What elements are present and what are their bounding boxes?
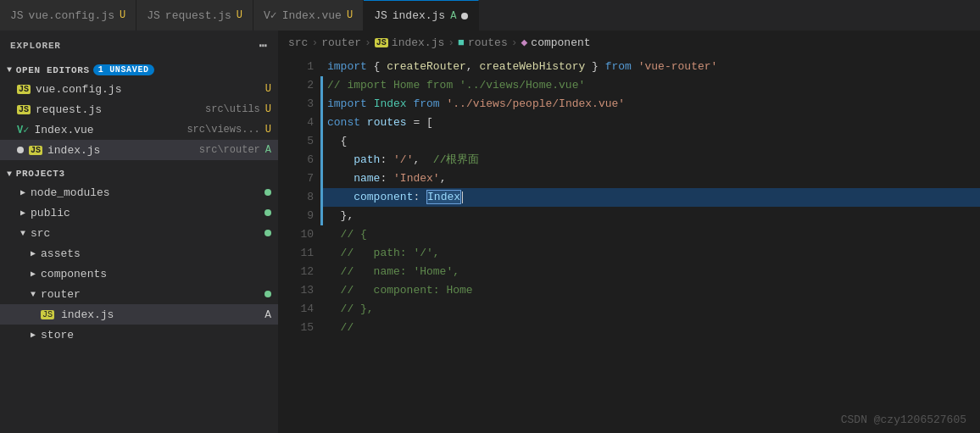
filename: vue.config.js [36,83,260,96]
tab-request[interactable]: JS request.js U [136,0,253,31]
code-line: path: '/', //根界面 [320,151,980,169]
filename: request.js [36,103,200,116]
explorer-title: EXPLORER [10,41,61,51]
code-editor[interactable]: 1 2 3 4 5 6 7 8 9 10 11 12 13 14 15 impo… [278,54,980,433]
tab-modifier-a: A [450,10,456,22]
crumb-routes: routes [468,36,508,49]
crumb-router: router [321,36,361,49]
chevron-down-icon: ▼ [7,169,13,179]
status-dot [264,291,271,297]
status-dot [264,209,271,216]
code-line: import Index from '../views/people/Index… [320,95,980,114]
js-icon: JS [375,38,388,47]
code-content[interactable]: import { createRouter, createWebHistory … [320,54,980,433]
tree-router[interactable]: ▼ router [0,284,278,304]
sidebar: EXPLORER ⋯ ▼ OPEN EDITORS 1 UNSAVED JS v… [0,31,278,433]
tree-public[interactable]: ▶ public [0,203,278,223]
chevron-down-icon: ▼ [20,229,25,238]
chevron-right-icon: ▶ [31,330,36,340]
project-label: PROJECT3 [16,169,65,179]
dot-icon [17,147,24,153]
modifier: U [265,103,271,115]
filepath: src\views... [187,124,259,136]
tab-label: request.js [165,9,231,22]
folder-label: node_modules [31,186,261,199]
folder-label: components [41,268,271,280]
modifier: A [264,308,271,321]
tree-components[interactable]: ▶ components [0,264,278,284]
code-line-active: component: Index [320,188,980,207]
file-label: index.js [61,308,261,321]
tab-modifier: U [237,9,242,21]
chevron-right-icon: ▶ [31,248,36,258]
chevron-down-icon: ▼ [7,65,13,75]
js-icon: JS [17,85,31,94]
sidebar-header: EXPLORER ⋯ [0,31,278,61]
js-icon: JS [17,105,31,114]
code-line: { [320,132,980,151]
tab-bar: JS vue.config.js U JS request.js U V✓ In… [0,0,980,31]
js-icon: JS [41,310,54,319]
crumb-file: index.js [392,36,444,49]
breadcrumb: src › router › JS index.js › ■ routes › … [278,31,980,54]
tab-index-vue[interactable]: V✓ Index.vue U [253,0,364,31]
code-line: const routes = [ [320,114,980,132]
code-line: // component: Home [320,281,980,300]
filepath: src\utils [205,103,260,115]
editor-area: src › router › JS index.js › ■ routes › … [278,31,980,433]
code-line: // [320,319,980,337]
crumb-component-icon: ◆ [521,36,528,49]
open-file-index-js[interactable]: JS index.js src\router A [0,140,278,160]
status-dot [264,189,271,196]
tab-index-js[interactable]: JS index.js A [364,0,479,31]
tree-src[interactable]: ▼ src [0,223,278,243]
tree-assets[interactable]: ▶ assets [0,243,278,264]
open-file-request[interactable]: JS request.js src\utils U [0,99,278,119]
project-section[interactable]: ▼ PROJECT3 [0,165,278,182]
folder-label: assets [41,247,271,260]
open-file-vue-config[interactable]: JS vue.config.js U [0,79,278,99]
chevron-right-icon: ▶ [31,269,36,279]
chevron-down-icon: ▼ [31,290,36,299]
open-file-index-vue[interactable]: V✓ Index.vue src\views... U [0,119,278,140]
code-line: // }, [320,300,980,319]
folder-label: router [41,288,261,301]
js-icon: JS [10,9,24,22]
crumb-routes-icon: ■ [458,36,465,49]
line-numbers: 1 2 3 4 5 6 7 8 9 10 11 12 13 14 15 [278,54,320,433]
tab-modifier: U [347,9,353,21]
tab-label: vue.config.js [29,9,114,22]
tree-index-js[interactable]: JS index.js A [0,304,278,325]
tab-vue-config[interactable]: JS vue.config.js U [0,0,136,31]
unsaved-badge: 1 UNSAVED [93,64,154,75]
modifier: U [265,83,271,95]
open-editors-label: OPEN EDITORS [16,65,90,75]
js-icon: JS [29,146,42,155]
explorer-menu-button[interactable]: ⋯ [259,37,268,54]
vue-icon: V✓ [17,124,29,136]
crumb-component: component [531,36,590,49]
unsaved-dot [461,13,468,19]
separator: › [311,36,318,49]
filepath: src\router [199,144,260,156]
tree-node-modules[interactable]: ▶ node_modules [0,182,278,203]
main-layout: EXPLORER ⋯ ▼ OPEN EDITORS 1 UNSAVED JS v… [0,31,980,433]
chevron-right-icon: ▶ [20,208,25,218]
tree-store[interactable]: ▶ store [0,325,278,345]
js-icon: JS [147,9,160,22]
code-line: // { [320,225,980,244]
modifier: A [265,144,271,156]
folder-label: public [31,207,261,219]
watermark: CSDN @czy1206527605 [841,414,966,426]
crumb-src: src [288,36,308,49]
js-icon: JS [374,9,387,22]
folder-label: store [41,329,271,341]
code-line: // import Home from '../views/Home.vue' [320,76,980,95]
separator: › [448,36,454,49]
folder-label: src [31,227,261,240]
chevron-right-icon: ▶ [20,187,25,197]
filename: Index.vue [34,124,181,136]
open-editors-section[interactable]: ▼ OPEN EDITORS 1 UNSAVED [0,61,278,79]
code-line: import { createRouter, createWebHistory … [320,58,980,76]
status-dot [264,230,271,236]
